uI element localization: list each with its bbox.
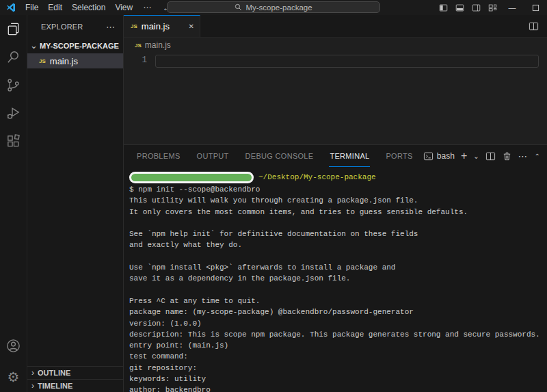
- terminal-dropdown-icon[interactable]: ⌄: [473, 153, 479, 160]
- folder-name: MY-SCOPE-PACKAGE: [40, 42, 119, 50]
- search-value: My-scope-package: [245, 3, 312, 12]
- terminal-line: author: backendbro: [129, 384, 547, 392]
- panel-actions: bash + ⌄ ⋯ ⌃: [423, 150, 540, 162]
- menu-view[interactable]: View: [110, 0, 137, 15]
- titlebar-actions: —: [435, 0, 547, 15]
- terminal-line: [129, 285, 547, 296]
- terminal-line: package name: (my-scope-package) @backen…: [129, 306, 547, 317]
- account-icon[interactable]: [0, 330, 27, 361]
- chevron-right-icon: ›: [31, 381, 34, 391]
- terminal-line: Use `npm install <pkg>` afterwards to in…: [129, 262, 547, 273]
- terminal-line: entry point: (main.js): [129, 340, 547, 351]
- terminal-line: git repository:: [129, 363, 547, 374]
- activity-bar-bottom: ⚙: [0, 330, 27, 392]
- activity-bar: ⚙: [0, 15, 27, 392]
- run-debug-icon[interactable]: [0, 99, 27, 127]
- terminal-line: It only covers the most common items, an…: [129, 207, 547, 218]
- file-row-mainjs[interactable]: JS main.js: [27, 53, 123, 68]
- editor-tab-bar: JS main.js ✕: [124, 15, 547, 38]
- split-terminal-icon[interactable]: [485, 151, 496, 161]
- command-center-search[interactable]: My-scope-package: [167, 1, 380, 13]
- terminal-line: test command:: [129, 351, 547, 362]
- tab-mainjs[interactable]: JS main.js ✕: [124, 15, 200, 37]
- tab-debug-console[interactable]: DEBUG CONSOLE: [245, 145, 315, 167]
- title-bar: File Edit Selection View ⋯ ← → My-scope-…: [0, 0, 547, 15]
- settings-gear-icon[interactable]: ⚙: [0, 361, 27, 392]
- terminal-line: [129, 218, 547, 228]
- tab-problems[interactable]: PROBLEMS: [136, 145, 181, 167]
- editor-actions: [529, 15, 547, 37]
- customize-layout-icon[interactable]: [484, 0, 501, 15]
- split-editor-icon[interactable]: [529, 21, 539, 31]
- main-area: ⚙ EXPLORER ⋯ ⌄ MY-SCOPE-PACKAGE JS main.…: [0, 15, 547, 392]
- close-tab-icon[interactable]: ✕: [189, 23, 194, 30]
- terminal-line: [129, 251, 547, 262]
- terminal-line: save it as a dependency in the package.j…: [129, 273, 547, 284]
- explorer-more-icon[interactable]: ⋯: [106, 22, 115, 32]
- search-icon: [235, 3, 242, 11]
- terminal-output[interactable]: ~/Desktop/My-scope-package $ npm init --…: [124, 167, 547, 392]
- terminal-line: version: (1.0.0): [129, 318, 547, 329]
- toggle-primary-sidebar-icon[interactable]: [435, 0, 451, 15]
- kill-terminal-trash-icon[interactable]: [502, 151, 512, 161]
- toggle-secondary-sidebar-icon[interactable]: [468, 0, 484, 15]
- sidebar-title: EXPLORER: [41, 23, 83, 31]
- redacted-user-host: [129, 172, 254, 183]
- source-control-icon[interactable]: [0, 71, 27, 99]
- search-view-icon[interactable]: [0, 43, 27, 71]
- menu-selection[interactable]: Selection: [67, 0, 110, 15]
- shell-selector[interactable]: bash: [423, 151, 455, 161]
- terminal-line: keywords: utility: [129, 374, 547, 384]
- vscode-logo-icon: [5, 2, 16, 13]
- extensions-icon[interactable]: [0, 127, 27, 155]
- prompt-path: ~/Desktop/My-scope-package: [258, 172, 376, 183]
- panel-tabs: PROBLEMS OUTPUT DEBUG CONSOLE TERMINAL P…: [136, 145, 414, 167]
- js-file-icon: JS: [131, 23, 137, 29]
- editor-column: JS main.js ✕ JS main.js 1: [123, 15, 547, 392]
- restore-button[interactable]: [524, 0, 547, 15]
- explorer-sidebar: EXPLORER ⋯ ⌄ MY-SCOPE-PACKAGE JS main.js…: [27, 15, 123, 392]
- maximize-panel-icon[interactable]: ⌃: [535, 153, 540, 160]
- panel-header: PROBLEMS OUTPUT DEBUG CONSOLE TERMINAL P…: [124, 145, 547, 167]
- menu-file[interactable]: File: [21, 0, 43, 15]
- sidebar-header: EXPLORER ⋯: [27, 15, 123, 38]
- terminal-line: and exactly what they do.: [129, 239, 547, 250]
- chevron-right-icon: ›: [31, 368, 34, 378]
- terminal-line: Press ^C at any time to quit.: [129, 296, 547, 306]
- minimize-button[interactable]: —: [501, 0, 524, 15]
- timeline-label: TIMELINE: [38, 382, 72, 390]
- toggle-panel-icon[interactable]: [451, 0, 468, 15]
- terminal-line: description: This is scope npm package. …: [129, 329, 547, 340]
- terminal-prompt-line: ~/Desktop/My-scope-package: [129, 170, 547, 184]
- shell-label: bash: [437, 151, 455, 161]
- breadcrumb[interactable]: JS main.js: [124, 38, 547, 53]
- outline-label: OUTLINE: [38, 369, 70, 377]
- terminal-icon: [423, 151, 433, 161]
- file-name: main.js: [50, 56, 78, 66]
- menu-edit[interactable]: Edit: [43, 0, 67, 15]
- line-number: 1: [124, 55, 147, 65]
- sidebar-empty-space: [27, 68, 123, 366]
- new-terminal-icon[interactable]: +: [461, 150, 467, 162]
- menu-more-icon[interactable]: ⋯: [137, 3, 157, 12]
- tab-ports[interactable]: PORTS: [385, 145, 413, 167]
- explorer-icon[interactable]: [0, 15, 27, 43]
- tab-terminal[interactable]: TERMINAL: [329, 145, 370, 167]
- editor-content[interactable]: 1: [124, 53, 547, 144]
- outline-section[interactable]: › OUTLINE: [27, 366, 123, 379]
- current-line-highlight: [155, 55, 539, 68]
- restore-icon: [532, 4, 539, 12]
- terminal-line: See `npm help init` for definitive docum…: [129, 228, 547, 239]
- js-file-icon: JS: [135, 42, 142, 49]
- panel-more-icon[interactable]: ⋯: [518, 151, 529, 161]
- tab-label: main.js: [142, 21, 170, 31]
- breadcrumb-file: main.js: [145, 40, 171, 50]
- terminal-line: $ npm init --scope@backendbro: [129, 184, 547, 195]
- folder-row[interactable]: ⌄ MY-SCOPE-PACKAGE: [27, 38, 123, 53]
- tab-output[interactable]: OUTPUT: [196, 145, 230, 167]
- vscode-window: File Edit Selection View ⋯ ← → My-scope-…: [0, 0, 547, 392]
- timeline-section[interactable]: › TIMELINE: [27, 379, 123, 392]
- bottom-panel: PROBLEMS OUTPUT DEBUG CONSOLE TERMINAL P…: [124, 144, 547, 392]
- terminal-line: This utility will walk you through creat…: [129, 195, 547, 206]
- js-file-icon: JS: [39, 58, 46, 64]
